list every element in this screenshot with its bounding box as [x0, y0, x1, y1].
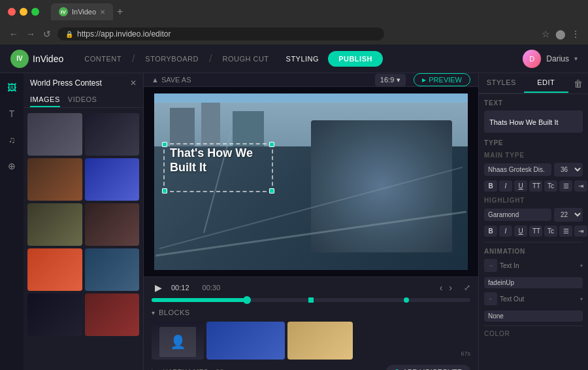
text-input-area[interactable]: Thats How We Built It — [484, 110, 583, 133]
scrubber-progress — [152, 298, 247, 302]
back-button[interactable]: ← — [8, 27, 20, 41]
next-frame-icon[interactable]: › — [449, 282, 452, 293]
blocks-section-label: ▾ BLOCKS — [144, 306, 478, 319]
timeline-controls: ▶ 00:12 00:30 ‹ › ⤢ — [144, 277, 478, 298]
left-panel: 🖼 T ♫ ⊕ World Press Contest ✕ IMAGES VID… — [0, 73, 144, 370]
align-left-button[interactable]: ☰ — [559, 180, 572, 192]
media-thumbnail[interactable] — [85, 113, 140, 156]
audio-play-button[interactable]: ▶ — [152, 367, 157, 371]
browser-tab[interactable]: IV InVideo ✕ — [51, 3, 113, 20]
media-panel-close[interactable]: ✕ — [130, 78, 137, 88]
highlight-size-select[interactable]: 22 pt — [554, 208, 583, 222]
highlight-font-select[interactable]: Garamond — [484, 209, 551, 221]
minimize-window-btn[interactable] — [20, 8, 27, 16]
nav-storyboard[interactable]: STORYBOARD — [137, 51, 206, 67]
hl-underline-button[interactable]: U — [514, 226, 527, 237]
text-in-select[interactable]: fadeinUp — [484, 277, 583, 288]
nav-content[interactable]: CONTENT — [76, 51, 129, 67]
play-button[interactable]: ▶ — [152, 281, 165, 294]
bold-button[interactable]: B — [484, 180, 497, 192]
main-font-selector-row: Nhaas Grotesk Dis. 36 pt — [484, 163, 583, 177]
hl-align-button[interactable]: ☰ — [559, 226, 572, 237]
hl-indent-button[interactable]: ⇥ — [574, 226, 587, 237]
block-thumbnail[interactable] — [287, 322, 353, 360]
hl-tt-button[interactable]: TT — [529, 226, 542, 237]
canvas-text-overlay[interactable]: That's How We Built It — [170, 146, 253, 175]
media-panel-title: World Press Contest — [30, 78, 102, 88]
aspect-ratio-value: 16:9 — [380, 76, 394, 84]
preview-button[interactable]: ▶ PREVIEW — [414, 73, 470, 86]
text-input-value[interactable]: Thats How We Built It — [489, 118, 559, 126]
profile-icon[interactable]: ⬤ — [555, 29, 566, 39]
aspect-ratio-button[interactable]: 16:9 ▾ — [375, 74, 406, 86]
fullscreen-icon[interactable]: ⤢ — [464, 283, 470, 292]
nav-styling[interactable]: STYLING — [278, 51, 327, 67]
address-bar[interactable]: 🔒 https://app.invideo.io/editor — [57, 27, 384, 41]
animation-section-label: ANIMATION — [484, 248, 583, 255]
main-size-select[interactable]: 36 pt — [554, 163, 583, 177]
text-section-label: TEXT — [484, 99, 583, 107]
italic-button[interactable]: I — [499, 180, 512, 192]
app-logo[interactable]: IV InVideo — [10, 50, 63, 68]
tab-styles[interactable]: STYLES — [479, 73, 524, 93]
address-bar-row: ← → ↺ 🔒 https://app.invideo.io/editor ☆ … — [0, 24, 588, 44]
media-thumbnail[interactable] — [27, 113, 82, 156]
type-section-label: TYPE — [484, 139, 583, 146]
logo-text: InVideo — [33, 54, 63, 64]
tab-close-btn[interactable]: ✕ — [100, 8, 105, 16]
tab-edit[interactable]: EDIT — [524, 73, 569, 93]
maximize-window-btn[interactable] — [31, 8, 39, 16]
underline-button[interactable]: U — [514, 180, 527, 192]
media-tab-videos[interactable]: VIDEOS — [68, 93, 97, 107]
media-thumbnail[interactable] — [85, 294, 140, 336]
main-font-select[interactable]: Nhaas Grotesk Dis. — [484, 163, 551, 176]
blocks-collapse-icon[interactable]: ▾ — [152, 309, 155, 316]
media-tab-images[interactable]: IMAGES — [30, 93, 60, 107]
images-icon[interactable]: 🖼 — [3, 78, 21, 97]
tc-button[interactable]: Tc — [544, 180, 557, 192]
scrubber-thumb[interactable] — [243, 296, 251, 304]
hl-tc-button[interactable]: Tc — [544, 226, 557, 237]
canvas-area: That's How We Built It — [144, 87, 478, 277]
tt-button[interactable]: TT — [529, 180, 542, 192]
video-canvas[interactable]: That's How We Built It — [154, 93, 468, 270]
text-icon[interactable]: T — [3, 105, 21, 123]
add-voiceover-button[interactable]: ⊕ ADD VOICEOVER — [386, 365, 470, 370]
media-thumbnail[interactable] — [27, 158, 82, 201]
hl-bold-button[interactable]: B — [484, 226, 497, 237]
user-name: Darius — [546, 54, 569, 63]
media-tabs: IMAGES VIDEOS — [24, 93, 143, 108]
nav-rough-cut[interactable]: ROUGH CUT — [214, 51, 276, 67]
menu-icon[interactable]: ⋮ — [571, 29, 580, 39]
audio-icon[interactable]: ♫ — [3, 131, 21, 149]
text-out-select[interactable]: None — [484, 311, 583, 322]
media-thumbnail[interactable] — [27, 203, 82, 246]
bookmark-icon[interactable]: ☆ — [542, 29, 550, 39]
user-chevron-icon[interactable]: ▾ — [574, 55, 578, 62]
timeline-scrubber[interactable] — [152, 298, 470, 302]
highlight-label: HIGHLIGHT — [484, 197, 583, 204]
delete-icon[interactable]: 🗑 — [568, 78, 588, 89]
media-thumbnail[interactable] — [27, 248, 82, 291]
media-thumbnail[interactable] — [85, 203, 140, 246]
block-thumbnail[interactable] — [206, 322, 285, 360]
refresh-button[interactable]: ↺ — [42, 27, 52, 41]
timeline-footer: ▶ HAPPY4.MP3 88s ⊕ ADD VOICEOVER — [144, 362, 478, 370]
forward-button[interactable]: → — [25, 27, 37, 41]
tab-title: InVideo — [72, 8, 96, 16]
media-thumbnail[interactable] — [85, 248, 140, 291]
save-as-button[interactable]: ▲ SAVE AS — [152, 76, 191, 84]
text-out-icon: ← — [484, 292, 497, 305]
new-tab-button[interactable]: + — [117, 6, 123, 18]
block-thumbnail[interactable]: 👤 — [152, 322, 204, 360]
text-in-row: → Text In ▾ — [484, 259, 583, 272]
indent-button[interactable]: ⇥ — [574, 180, 587, 192]
hl-italic-button[interactable]: I — [499, 226, 512, 237]
media-thumbnail[interactable] — [27, 294, 82, 336]
browser-tab-bar: IV InVideo ✕ + — [51, 3, 580, 20]
prev-frame-icon[interactable]: ‹ — [440, 282, 443, 293]
media-thumbnail[interactable] — [85, 158, 140, 201]
publish-button[interactable]: PUBLISH — [328, 51, 383, 67]
stickers-icon[interactable]: ⊕ — [3, 157, 21, 175]
close-window-btn[interactable] — [8, 8, 16, 16]
